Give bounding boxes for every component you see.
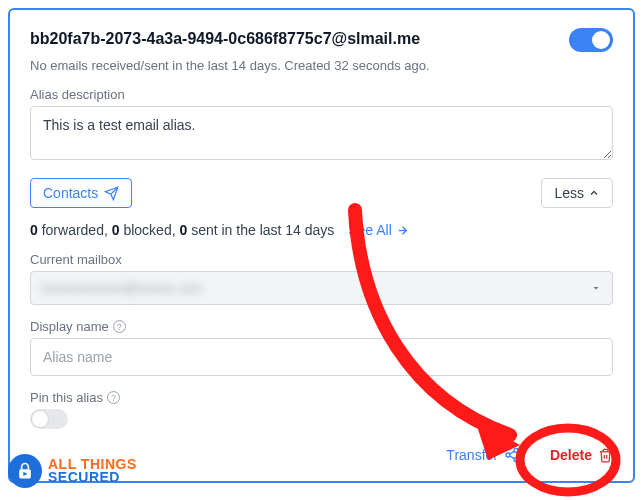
display-name-label: Display name ? — [30, 319, 613, 334]
forwarded-count: 0 — [30, 222, 38, 238]
svg-point-3 — [514, 458, 518, 462]
pin-label: Pin this alias ? — [30, 390, 613, 405]
svg-point-1 — [514, 448, 518, 452]
arrow-right-icon — [396, 224, 409, 237]
help-icon[interactable]: ? — [107, 391, 120, 404]
svg-line-4 — [510, 456, 515, 459]
delete-link[interactable]: Delete — [550, 447, 613, 463]
description-input[interactable] — [30, 106, 613, 160]
blocked-count: 0 — [112, 222, 120, 238]
trash-icon — [598, 448, 613, 463]
watermark-line2: SECURED — [48, 471, 137, 484]
transfer-link[interactable]: Transfer — [446, 447, 520, 463]
logo-badge-icon — [8, 454, 42, 488]
contacts-button[interactable]: Contacts — [30, 178, 132, 208]
mailbox-value: xxxxxxxxxxx@xxxxx.xxx — [41, 280, 203, 296]
alias-email: bb20fa7b-2073-4a3a-9494-0c686f8775c7@slm… — [30, 28, 420, 50]
mid-button-row: Contacts Less — [30, 178, 613, 208]
contacts-label: Contacts — [43, 185, 98, 201]
less-button[interactable]: Less — [541, 178, 613, 208]
chevron-up-icon — [588, 187, 600, 199]
mailbox-select[interactable]: xxxxxxxxxxx@xxxxx.xxx — [30, 271, 613, 305]
alias-card: bb20fa7b-2073-4a3a-9494-0c686f8775c7@slm… — [8, 8, 635, 483]
pin-toggle[interactable] — [30, 409, 68, 429]
mailbox-label: Current mailbox — [30, 252, 613, 267]
svg-point-2 — [506, 453, 510, 457]
svg-line-5 — [510, 451, 515, 454]
share-icon — [504, 447, 520, 463]
lock-play-icon — [15, 461, 35, 481]
alias-enable-toggle[interactable] — [569, 28, 613, 52]
stats-row: 0 forwarded, 0 blocked, 0 sent in the la… — [30, 222, 613, 238]
header-row: bb20fa7b-2073-4a3a-9494-0c686f8775c7@slm… — [30, 28, 613, 52]
alias-status-text: No emails received/sent in the last 14 d… — [30, 58, 613, 73]
see-all-link[interactable]: See All — [348, 222, 409, 238]
display-name-input[interactable] — [30, 338, 613, 376]
watermark-logo: ALL THINGS SECURED — [8, 454, 137, 488]
caret-down-icon — [590, 282, 602, 294]
help-icon[interactable]: ? — [113, 320, 126, 333]
description-label: Alias description — [30, 87, 613, 102]
send-icon — [104, 186, 119, 201]
less-label: Less — [554, 185, 584, 201]
